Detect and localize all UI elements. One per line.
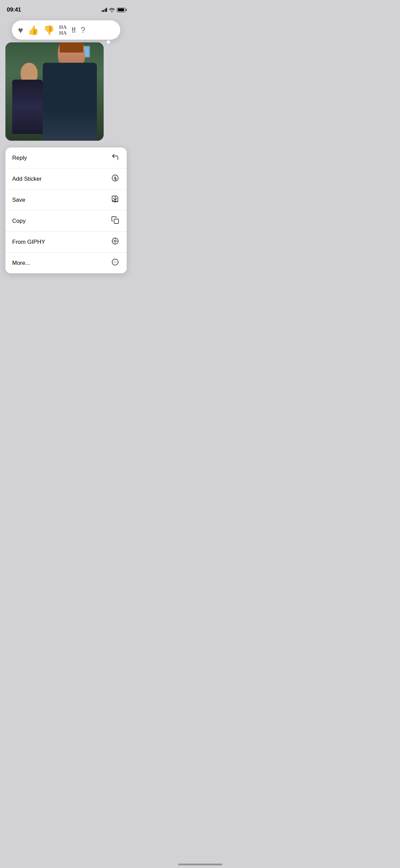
status-icons (102, 8, 126, 12)
menu-item-reply[interactable]: Reply (5, 147, 127, 169)
gif-image (5, 42, 104, 141)
from-giphy-label: From GIPHY (12, 239, 45, 245)
reply-icon (110, 153, 120, 163)
copy-icon (110, 216, 120, 226)
appstore-icon (110, 237, 120, 247)
svg-point-0 (111, 11, 112, 12)
add-sticker-label: Add Sticker (12, 176, 42, 182)
reply-label: Reply (12, 155, 27, 161)
menu-item-more[interactable]: More... (5, 253, 127, 273)
add-sticker-icon (110, 174, 120, 184)
reaction-thumbsdown[interactable]: 👎 (43, 26, 54, 35)
svg-point-9 (113, 262, 114, 262)
svg-point-11 (116, 262, 117, 262)
menu-item-from-giphy[interactable]: From GIPHY (5, 232, 127, 253)
reaction-haha[interactable]: HAHA (59, 24, 67, 36)
menu-item-add-sticker[interactable]: Add Sticker (5, 169, 127, 190)
reaction-heart[interactable]: ♥ (18, 26, 23, 35)
status-bar: 09:41 (0, 0, 132, 17)
svg-point-7 (114, 240, 116, 242)
battery-icon (117, 8, 125, 12)
signal-icon (102, 8, 107, 12)
gif-message (5, 42, 104, 141)
reaction-exclamation[interactable]: ‼ (71, 26, 76, 34)
more-icon (110, 258, 120, 268)
copy-label: Copy (12, 218, 26, 224)
reaction-bar: ♥ 👍 👎 HAHA ‼ ? (12, 20, 120, 40)
svg-rect-5 (114, 219, 119, 223)
svg-point-10 (115, 262, 115, 262)
status-time: 09:41 (7, 6, 21, 13)
wifi-icon (109, 8, 115, 12)
menu-item-save[interactable]: Save (5, 190, 127, 211)
context-menu: Reply Add Sticker Save (5, 147, 127, 273)
menu-item-copy[interactable]: Copy (5, 211, 127, 232)
save-icon (110, 195, 120, 205)
reaction-thumbsup[interactable]: 👍 (28, 26, 39, 35)
content-area: ♥ 👍 👎 HAHA ‼ ? Reply (0, 17, 132, 277)
reaction-question[interactable]: ? (81, 26, 85, 34)
more-label: More... (12, 260, 30, 267)
save-label: Save (12, 197, 25, 203)
